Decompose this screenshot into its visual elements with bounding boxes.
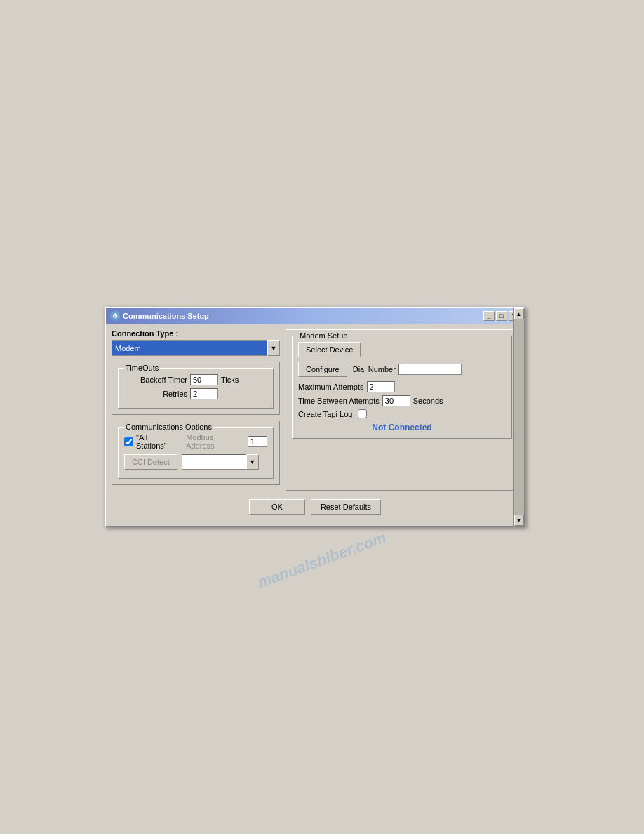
- modem-setup-panel: Modem Setup Select Device Configure Dial…: [286, 329, 518, 491]
- connection-type-label: Connection Type :: [112, 329, 280, 338]
- minimize-button[interactable]: _: [483, 311, 495, 321]
- comm-options-label: Communications Options: [124, 423, 213, 431]
- cci-detect-arrow-icon[interactable]: ▼: [246, 454, 259, 470]
- bottom-buttons: OK Reset Defaults: [112, 491, 518, 520]
- main-layout: Connection Type : Modem Serial TCP/IP ▼: [112, 329, 518, 491]
- cci-detect-button[interactable]: CCI Detect: [124, 454, 177, 470]
- create-tapi-label: Create Tapi Log: [298, 410, 352, 418]
- time-between-row: Time Between Attempts Seconds: [298, 395, 506, 406]
- all-stations-label: "All Stations": [136, 433, 179, 450]
- time-between-label: Time Between Attempts: [298, 397, 380, 405]
- cci-detect-row: CCI Detect ▼: [124, 454, 267, 470]
- title-bar: ⚙ Communications Setup _ □ ✕: [106, 308, 524, 324]
- timeouts-group: TimeOuts Backoff Timer Ticks Retries: [112, 362, 280, 415]
- configure-dial-row: Configure Dial Number: [298, 362, 506, 377]
- backoff-timer-input[interactable]: [190, 374, 218, 385]
- create-tapi-row: Create Tapi Log: [298, 409, 506, 418]
- create-tapi-checkbox[interactable]: [358, 409, 367, 418]
- all-stations-checkbox[interactable]: [124, 437, 133, 446]
- connection-type-select-wrapper: Modem Serial TCP/IP ▼: [112, 340, 280, 356]
- reset-defaults-button[interactable]: Reset Defaults: [311, 499, 381, 515]
- max-attempts-input[interactable]: [367, 381, 395, 392]
- window-body: Connection Type : Modem Serial TCP/IP ▼: [106, 324, 524, 526]
- window-title: Communications Setup: [123, 312, 209, 320]
- cci-detect-select-wrapper: ▼: [182, 454, 259, 470]
- communications-setup-window: ⚙ Communications Setup _ □ ✕ Connection …: [105, 307, 525, 527]
- watermark: manualshlber.com: [255, 529, 389, 593]
- maximize-button[interactable]: □: [496, 311, 507, 321]
- timeouts-group-label: TimeOuts: [124, 364, 160, 372]
- comm-options-group: Communications Options "All Stations" Mo…: [112, 421, 280, 485]
- max-attempts-row: Maximum Attempts: [298, 381, 506, 392]
- retries-row: Retries: [124, 388, 267, 399]
- modbus-address-input[interactable]: [248, 436, 267, 447]
- not-connected-status: Not Connected: [298, 423, 506, 432]
- ticks-label: Ticks: [221, 376, 239, 384]
- modbus-address-label: Modbus Address: [186, 433, 242, 450]
- scroll-up-arrow[interactable]: ▲: [514, 308, 524, 319]
- dial-number-label: Dial Number: [353, 365, 396, 373]
- title-bar-left: ⚙ Communications Setup: [110, 311, 209, 321]
- ok-button[interactable]: OK: [249, 499, 305, 515]
- dial-number-input[interactable]: [398, 364, 462, 375]
- select-arrow-icon[interactable]: ▼: [267, 340, 280, 356]
- time-between-input[interactable]: [382, 395, 410, 406]
- retries-label: Retries: [124, 390, 187, 398]
- connection-type-select[interactable]: Modem Serial TCP/IP: [112, 340, 280, 356]
- retries-input[interactable]: [190, 388, 218, 399]
- select-device-button[interactable]: Select Device: [298, 342, 361, 357]
- seconds-label: Seconds: [413, 397, 443, 405]
- left-panel: Connection Type : Modem Serial TCP/IP ▼: [112, 329, 280, 491]
- scrollbar[interactable]: ▲ ▼: [513, 308, 524, 526]
- all-stations-row: "All Stations" Modbus Address: [124, 433, 267, 450]
- backoff-timer-row: Backoff Timer Ticks: [124, 374, 267, 385]
- connection-type-section: Connection Type : Modem Serial TCP/IP ▼: [112, 329, 280, 356]
- max-attempts-label: Maximum Attempts: [298, 383, 364, 391]
- backoff-timer-label: Backoff Timer: [124, 376, 187, 384]
- settings-icon: ⚙: [110, 311, 120, 321]
- configure-button[interactable]: Configure: [298, 362, 347, 377]
- scroll-down-arrow[interactable]: ▼: [514, 515, 524, 526]
- comm-options-group-inner: Communications Options "All Stations" Mo…: [118, 427, 274, 479]
- timeouts-group-inner: TimeOuts Backoff Timer Ticks Retries: [118, 368, 274, 409]
- modem-setup-inner: Modem Setup Select Device Configure Dial…: [292, 336, 512, 439]
- scroll-track: [514, 319, 524, 515]
- modem-setup-label: Modem Setup: [298, 331, 349, 340]
- select-device-row: Select Device: [298, 342, 506, 357]
